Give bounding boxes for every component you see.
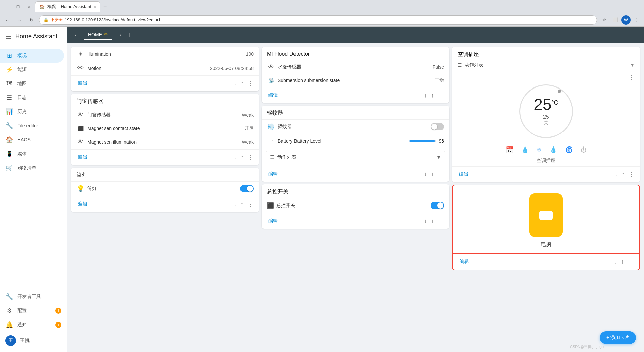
ac-move-down[interactable]: ↓ [613, 170, 619, 179]
downlight-move-up[interactable]: ↑ [239, 199, 245, 209]
sidebar-item-file-editor-label: File editor [17, 123, 38, 128]
add-card-button[interactable]: + 添加卡片 [600, 331, 636, 344]
sidebar-item-media[interactable]: 📱 媒体 [0, 147, 64, 161]
sidebar-item-energy-label: 能源 [17, 67, 27, 73]
door-card-header: 门窗传感器 [71, 94, 259, 108]
illumination-edit-btn[interactable]: 编辑 [75, 79, 90, 88]
ac-schedule-btn[interactable]: 📅 [504, 145, 515, 155]
ac-power-btn[interactable]: ⏻ [579, 145, 588, 155]
edit-icon[interactable]: ✏ [104, 31, 108, 38]
master-switch-move-up[interactable]: ↑ [430, 216, 435, 226]
computer-move-down[interactable]: ↓ [612, 257, 618, 267]
dropdown-list-icon: ☰ [270, 154, 275, 160]
ac-card-footer: 编辑 ↓ ↑ ⋮ [452, 166, 640, 182]
nav-refresh-button[interactable]: ↻ [27, 15, 36, 25]
flood-move-down[interactable]: ↓ [423, 91, 428, 100]
computer-more[interactable]: ⋮ [627, 257, 635, 267]
new-tab-button[interactable]: + [100, 3, 110, 12]
master-switch-edit-btn[interactable]: 编辑 [266, 217, 280, 225]
sidebar-item-map[interactable]: 🗺 地图 [0, 77, 64, 91]
cards-columns: ☀ Illumination 100 👁 Motion 2022-06-07 0… [67, 43, 644, 352]
mosquito-dropdown[interactable]: ☰ 动作列表 ▼ [266, 151, 445, 163]
master-switch-move-down[interactable]: ↓ [423, 216, 428, 226]
computer-move-up[interactable]: ↑ [620, 257, 625, 267]
computer-edit-btn[interactable]: 编辑 [457, 257, 472, 266]
energy-icon: ⚡ [5, 66, 13, 73]
ac-footer-more[interactable]: ⋮ [627, 169, 636, 179]
sidebar-item-log[interactable]: ☰ 日志 [0, 91, 64, 105]
move-up-btn[interactable]: ↑ [239, 79, 245, 89]
sidebar-item-history[interactable]: 📊 历史 [0, 105, 64, 119]
profile-icon[interactable]: W [621, 15, 631, 25]
sidebar-item-notifications[interactable]: 🔔 通知 1 [0, 318, 67, 332]
ac-move-up[interactable]: ↑ [620, 170, 626, 179]
hamburger-menu[interactable]: ☰ [5, 32, 11, 40]
downlight-more[interactable]: ⋮ [246, 199, 255, 209]
ac-dry-btn[interactable]: 💧 [548, 145, 558, 155]
sidebar-item-media-label: 媒体 [17, 151, 27, 157]
window-controls[interactable]: ─ □ × [3, 2, 34, 11]
sidebar-item-hacs[interactable]: 🏠 HACS [0, 133, 64, 147]
top-nav-add[interactable]: + [126, 29, 133, 41]
ac-dropdown[interactable]: ☰ 动作列表 ▼ [452, 59, 640, 71]
sidebar-item-user[interactable]: 王 王帆 [0, 332, 67, 349]
sidebar-item-history-label: 历史 [17, 109, 27, 115]
main-layout: ☰ Home Assistant ⊞ 概况 ⚡ 能源 🗺 地图 ☰ 日志 📊 [0, 27, 644, 352]
mosquito-move-down[interactable]: ↓ [423, 169, 428, 179]
menu-icon[interactable]: ⋮ [632, 15, 641, 25]
mosquito-edit-btn[interactable]: 编辑 [266, 170, 280, 178]
mosquito-more[interactable]: ⋮ [437, 169, 445, 179]
flood-more[interactable]: ⋮ [437, 90, 445, 100]
top-nav-back[interactable]: ← [72, 30, 81, 40]
column-1: ☀ Illumination 100 👁 Motion 2022-06-07 0… [71, 47, 259, 212]
ac-status: 关 [544, 120, 548, 126]
extension-icon[interactable]: ⬜ [610, 15, 620, 25]
master-switch-more[interactable]: ⋮ [437, 216, 445, 226]
computer-name: 电脑 [541, 241, 551, 248]
nav-back-button[interactable]: ← [3, 15, 12, 25]
ac-fan-btn[interactable]: 🌀 [564, 145, 574, 155]
battery-bar: 96 [409, 138, 444, 144]
sidebar-item-shopping-label: 购物清单 [17, 165, 36, 171]
mosquito-toggle[interactable] [431, 123, 444, 130]
downlight-edit-btn[interactable]: 编辑 [75, 200, 90, 209]
door-move-up[interactable]: ↑ [239, 153, 245, 162]
more-options-btn[interactable]: ⋮ [246, 78, 255, 89]
sidebar-item-shopping[interactable]: 🛒 购物清单 [0, 161, 64, 175]
move-down-btn[interactable]: ↓ [232, 79, 238, 89]
downlight-move-down[interactable]: ↓ [232, 199, 238, 209]
downlight-toggle[interactable] [240, 185, 254, 192]
address-bar[interactable]: 🔒 不安全 192.168.0.120:8123/lovelace/defaul… [39, 15, 597, 25]
flood-edit-btn[interactable]: 编辑 [266, 91, 280, 100]
door-edit-btn[interactable]: 编辑 [75, 153, 90, 162]
top-nav-home-tab[interactable]: HOME ✏ [84, 30, 112, 40]
sidebar-item-overview[interactable]: ⊞ 概况 [0, 49, 64, 63]
sidebar-item-energy[interactable]: ⚡ 能源 [0, 63, 64, 77]
door-move-down[interactable]: ↓ [232, 153, 238, 162]
window-maximize[interactable]: □ [13, 2, 23, 11]
ac-edit-btn[interactable]: 编辑 [456, 170, 471, 179]
sidebar-item-settings[interactable]: ⚙ 配置 1 [0, 304, 67, 318]
close-tab-btn[interactable]: × [94, 5, 96, 9]
sidebar-item-file-editor[interactable]: 🔧 File editor [0, 119, 64, 133]
bookmark-icon[interactable]: ☆ [600, 15, 609, 25]
active-tab[interactable]: 🏠 概况 – Home Assistant × [35, 1, 100, 12]
dev-tools-icon: 🔧 [5, 293, 13, 300]
address-text: 192.168.0.120:8123/lovelace/default_view… [65, 17, 161, 22]
window-minimize[interactable]: ─ [3, 2, 12, 11]
top-nav: ← HOME ✏ → + [67, 27, 644, 43]
window-close[interactable]: × [24, 2, 34, 11]
nav-forward-button[interactable]: → [15, 15, 24, 25]
top-nav-forward[interactable]: → [115, 30, 124, 40]
flood-value-1: False [433, 64, 444, 70]
toggle-knob-2 [431, 124, 437, 130]
mosquito-move-up[interactable]: ↑ [430, 169, 435, 179]
sidebar-item-dev-tools[interactable]: 🔧 开发者工具 [0, 290, 67, 304]
flood-row-1: 👁 水漫传感器 False [262, 60, 449, 74]
ac-cool-btn[interactable]: ❄ [535, 145, 543, 155]
ac-heat-btn[interactable]: 💧 [520, 145, 530, 155]
door-more[interactable]: ⋮ [246, 152, 255, 162]
tab-title: 概况 – Home Assistant [47, 4, 91, 10]
master-switch-toggle[interactable] [431, 202, 444, 209]
flood-move-up[interactable]: ↑ [430, 91, 435, 100]
